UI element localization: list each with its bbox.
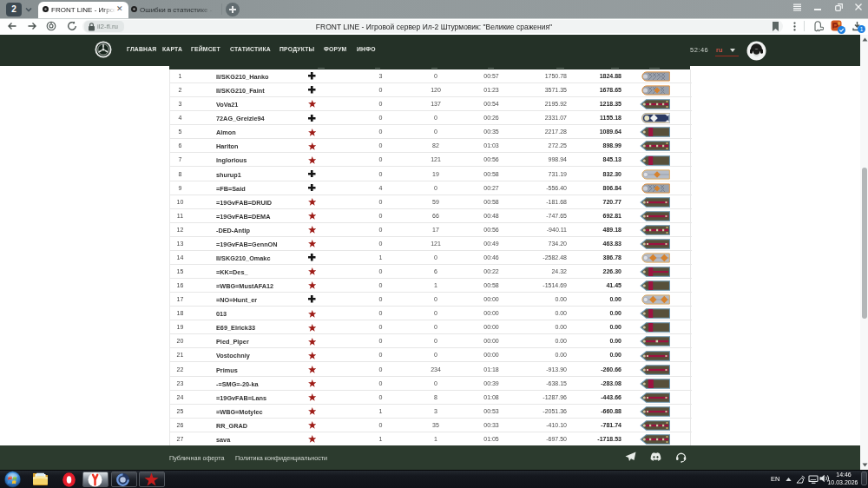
svg-text:1: 1 <box>860 25 864 31</box>
